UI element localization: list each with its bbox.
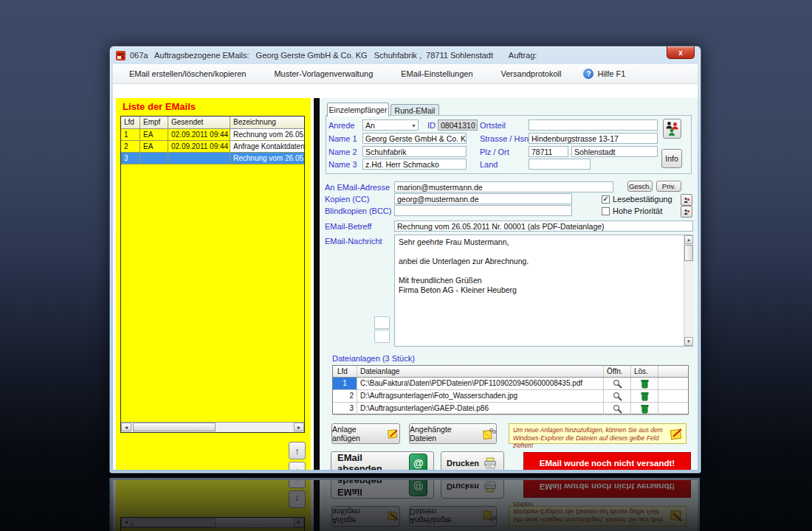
attachments-title: Dateianlagen (3 Stück) xyxy=(332,354,415,363)
ort-field[interactable]: Sohlenstadt xyxy=(571,146,658,157)
horizontal-scrollbar[interactable]: ◄ ► xyxy=(121,422,304,432)
menu-versandprotokoll[interactable]: Versandprotokoll xyxy=(495,66,568,81)
cc-label: Kopien (CC) xyxy=(325,195,370,204)
titlebar[interactable]: 067a Auftragsbezogene EMails: Georg Gers… xyxy=(110,46,701,64)
cell-bezeichnung: Anfrage Kontaktdaten xyxy=(230,141,304,152)
strasse-label: Strasse / Hsnr xyxy=(480,134,531,143)
tab-label: Rund-EMail xyxy=(395,106,436,115)
contact-picker-button[interactable] xyxy=(681,194,692,206)
contacts-button[interactable] xyxy=(663,119,681,139)
magnifier-icon xyxy=(613,392,622,401)
scrollbar-thumb[interactable] xyxy=(684,245,693,261)
col-gesendet: Gesendet xyxy=(168,117,230,128)
menu-email-einstellungen[interactable]: EMail-Einstellungen xyxy=(395,66,478,81)
info-button[interactable]: Info xyxy=(661,149,682,168)
blank-button[interactable] xyxy=(374,316,390,329)
add-attachment-button[interactable]: Anlage anfügen xyxy=(331,423,400,444)
anrede-select[interactable]: An ▼ xyxy=(362,119,419,131)
magnifier-icon xyxy=(613,404,622,414)
add-attachment-label: Anlage anfügen xyxy=(332,425,383,442)
scroll-down-icon[interactable]: ▼ xyxy=(684,337,693,346)
down-arrow-icon: ↓ xyxy=(295,465,300,471)
help-icon: ? xyxy=(583,69,593,79)
move-up-button[interactable]: ↑ xyxy=(289,442,306,459)
delete-attachment-button[interactable] xyxy=(631,390,658,402)
trash-icon xyxy=(641,379,649,389)
drag-drop-hint[interactable]: Um neue Anlagen hinzuzufügen, können Sie… xyxy=(509,423,687,444)
priv-button-label: Priv. xyxy=(662,182,675,190)
attached-files-button[interactable]: Angehängte Dateien xyxy=(409,423,497,444)
open-attachment-button[interactable] xyxy=(604,390,631,402)
menu-email-erstellen[interactable]: EMail erstellen/löschen/kopieren xyxy=(123,66,252,81)
delete-attachment-button[interactable] xyxy=(631,378,658,389)
priv-button[interactable]: Priv. xyxy=(656,181,681,192)
open-attachment-button[interactable] xyxy=(604,403,631,414)
cell-gesendet xyxy=(168,153,230,164)
blank-button[interactable] xyxy=(374,330,390,343)
nachricht-textarea[interactable]: Sehr geehrte Frau Mustermann, anbei die … xyxy=(394,235,693,347)
close-button[interactable]: x xyxy=(667,46,695,59)
cc-field[interactable]: georg@mustermann.de xyxy=(394,193,572,204)
scroll-left-icon[interactable]: ◄ xyxy=(121,423,131,431)
col-lfd: Lfd xyxy=(333,366,357,377)
desktop-background: 067a Auftragsbezogene EMails: Georg Gers… xyxy=(0,0,812,531)
an-email-field[interactable]: marion@mustermann.de xyxy=(394,181,613,192)
cell-gesendet: 02.09.2011 09:44 xyxy=(168,129,230,140)
delete-attachment-button[interactable] xyxy=(631,403,658,414)
betreff-label: EMail-Betreff xyxy=(325,222,371,231)
cell-path: D:\Auftragsunterlagen\Foto_Wasserschaden… xyxy=(357,390,604,402)
land-label: Land xyxy=(480,160,498,169)
plzort-label: Plz / Ort xyxy=(480,148,509,156)
at-icon: @ xyxy=(409,454,427,470)
attachment-row[interactable]: 2 D:\Auftragsunterlagen\Foto_Wasserschad… xyxy=(333,390,688,403)
email-list-row-selected[interactable]: 3 Rechnung vom 26.05.2011 xyxy=(121,153,304,164)
an-email-label: An EMail-Adresse xyxy=(325,183,390,192)
attached-files-label: Angehängte Dateien xyxy=(410,425,478,442)
strasse-field[interactable]: Hindenburgstrasse 13-17 xyxy=(529,133,658,144)
send-email-button[interactable]: EMail absenden @ xyxy=(331,451,434,470)
window-body: EMail erstellen/löschen/kopieren Muster-… xyxy=(113,64,698,470)
attachments-header: Lfd Dateianlage Öffn. Lös. xyxy=(333,366,688,378)
cell-empty xyxy=(658,378,688,389)
bcc-field[interactable] xyxy=(394,205,572,216)
scroll-right-icon[interactable]: ► xyxy=(294,423,304,431)
name1-label: Name 1 xyxy=(328,134,357,143)
tab-einzelempfaenger[interactable]: Einzelempfänger xyxy=(327,103,389,117)
menu-hilfe[interactable]: ? Hilfe F1 xyxy=(583,69,625,79)
move-down-button[interactable]: ↓ xyxy=(289,462,306,470)
email-list-header: Lfd Empf Gesendet Bezeichnung xyxy=(121,117,304,129)
attachment-row[interactable]: 1 C:\BauFaktura\Daten\PDFDateien\PDF1109… xyxy=(333,378,688,390)
land-field[interactable] xyxy=(529,159,591,170)
scrollbar-thumb[interactable] xyxy=(133,423,216,431)
info-button-label: Info xyxy=(665,154,678,163)
plz-field[interactable]: 78711 xyxy=(529,146,568,157)
note-icon xyxy=(669,427,684,440)
print-button[interactable]: Drucken xyxy=(441,451,504,470)
name2-field[interactable]: Schuhfabrik xyxy=(362,146,467,157)
email-list-row[interactable]: 1 EA 02.09.2011 09:44 Rechnung vom 26.05… xyxy=(121,129,304,141)
status-banner: EMail wurde noch nicht versandt! xyxy=(523,452,691,470)
gesch-button-label: Gesch. xyxy=(629,182,651,190)
hohe-prioritaet-checkbox[interactable] xyxy=(602,207,610,215)
window-reflection: 067a Auftragsbezogene EMails: Georg Gers… xyxy=(109,478,700,531)
attachment-row[interactable]: 3 D:\Auftragsunterlagen\GAEP-Datei.p86 xyxy=(333,403,688,415)
name1-field[interactable]: Georg Gerste GmbH & Co. KG xyxy=(362,133,467,144)
panel-divider xyxy=(314,98,320,470)
menu-muster-vorlagen[interactable]: Muster-Vorlagenverwaltung xyxy=(268,66,379,81)
lesebestaetigung-checkbox[interactable]: ✓ xyxy=(602,195,610,204)
gesch-button[interactable]: Gesch. xyxy=(627,181,653,192)
scroll-up-icon[interactable]: ▲ xyxy=(684,235,693,244)
contact-picker-button-2[interactable] xyxy=(681,206,692,218)
close-icon: x xyxy=(678,49,683,57)
message-scrollbar[interactable]: ▲ ▼ xyxy=(684,235,694,346)
ortsteil-field[interactable] xyxy=(529,119,658,131)
email-editor-panel: Einzelempfänger Rund-EMail Anrede An ▼ I… xyxy=(320,98,698,470)
cell-empty xyxy=(658,390,688,402)
email-list-row[interactable]: 2 EA 02.09.2011 09:44 Anfrage Kontaktdat… xyxy=(121,141,304,153)
contact-mini-icon xyxy=(684,197,690,204)
tab-label: Einzelempfänger xyxy=(329,105,388,114)
print-label: Drucken xyxy=(447,459,479,468)
open-attachment-button[interactable] xyxy=(604,378,631,389)
betreff-field[interactable]: Rechnung vom 26.05.2011 Nr. 00001 (als P… xyxy=(394,221,693,232)
name3-field[interactable]: z.Hd. Herr Schmacko xyxy=(362,159,467,170)
